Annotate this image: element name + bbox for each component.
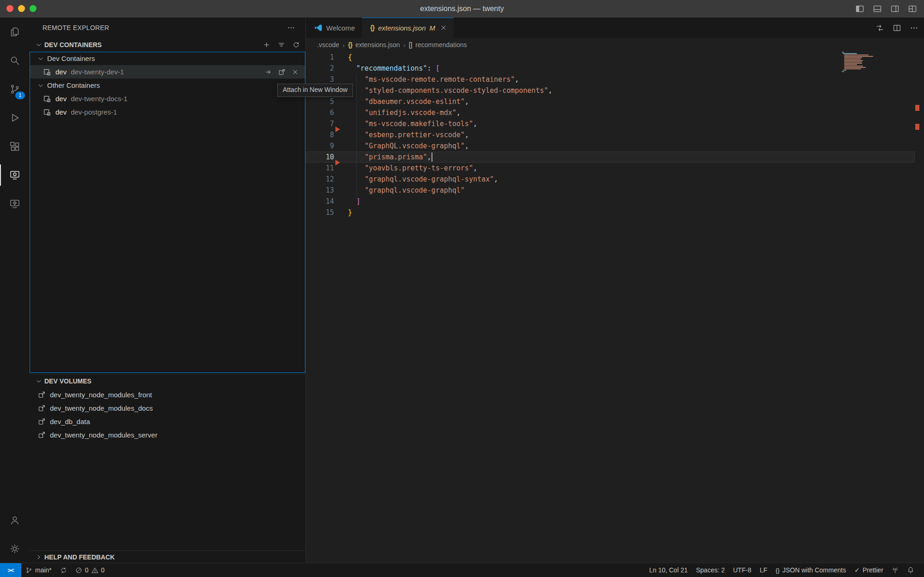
git-branch-item[interactable]: main*: [21, 563, 56, 577]
branch-icon: [25, 567, 32, 574]
tree-item-dev-postgres-1[interactable]: dev dev-postgres-1: [30, 105, 305, 119]
stop-container-icon[interactable]: [292, 68, 299, 76]
activity-extensions[interactable]: [0, 132, 30, 161]
toggle-secondary-sidebar-icon[interactable]: [890, 4, 900, 14]
code-line-2[interactable]: 2 "recommendations": [: [306, 63, 915, 74]
more-actions-icon[interactable]: [287, 24, 295, 32]
section-label: HELP AND FEEDBACK: [44, 553, 115, 561]
section-help-and-feedback[interactable]: HELP AND FEEDBACK: [30, 550, 305, 564]
container-id: dev-postgres-1: [71, 108, 117, 116]
code-text: "ms-vscode.makefile-tools",: [334, 118, 477, 129]
toggle-primary-sidebar-icon[interactable]: [855, 4, 865, 14]
more-actions-icon[interactable]: [910, 24, 918, 32]
code-line-4[interactable]: 4 "styled-components.vscode-styled-compo…: [306, 85, 915, 96]
line-number[interactable]: 2: [306, 63, 334, 74]
volume-label: dev_twenty_node_modules_server: [50, 431, 158, 439]
breadcrumb-folder[interactable]: .vscode: [317, 41, 339, 49]
code-line-14[interactable]: 14 ]: [306, 196, 915, 207]
attach-container-icon[interactable]: [265, 68, 272, 76]
toggle-panel-icon[interactable]: [872, 4, 882, 14]
container-name: dev: [55, 108, 67, 116]
line-number[interactable]: 12: [306, 174, 334, 185]
tree-group-other-containers[interactable]: Other Containers: [30, 79, 305, 92]
cursor-position: Ln 10, Col 21: [649, 566, 687, 574]
tab-extensions-json[interactable]: {} extensions.json M: [362, 18, 454, 38]
code-line-13[interactable]: 13 "graphql.vscode-graphql": [306, 185, 915, 196]
line-number[interactable]: 11: [306, 163, 334, 174]
line-number[interactable]: 5: [306, 96, 334, 107]
activity-remote-explorer[interactable]: [0, 161, 30, 189]
gear-icon: [9, 543, 20, 554]
volume-label: dev_twenty_node_modules_docs: [50, 404, 153, 412]
code-line-6[interactable]: 6 "unifiedjs.vscode-mdx",: [306, 107, 915, 118]
line-number[interactable]: 15: [306, 207, 334, 218]
activity-run-debug[interactable]: [0, 103, 30, 132]
dev-volumes-header[interactable]: DEV VOLUMES: [30, 374, 305, 388]
open-changes-icon[interactable]: [875, 24, 884, 32]
code-area[interactable]: 1{2 "recommendations": [3 "ms-vscode-rem…: [306, 52, 915, 218]
code-line-11[interactable]: 11 "yoavbls.pretty-ts-errors",: [306, 163, 915, 174]
minimap[interactable]: [842, 52, 874, 73]
problems-item[interactable]: 0 0: [71, 563, 109, 577]
code-line-15[interactable]: 15}: [306, 207, 915, 218]
code-text: "esbenp.prettier-vscode",: [334, 129, 469, 140]
code-line-12[interactable]: 12 "graphql.vscode-graphql-syntax",: [306, 174, 915, 185]
volume-item[interactable]: dev_twenty_node_modules_docs: [30, 401, 305, 415]
code-line-5[interactable]: 5 "dbaeumer.vscode-eslint",: [306, 96, 915, 107]
language-mode-item[interactable]: {} JSON with Comments: [772, 563, 850, 577]
breadcrumb-symbol[interactable]: recommendations: [415, 41, 467, 49]
code-line-3[interactable]: 3 "ms-vscode-remote.remote-containers",: [306, 74, 915, 85]
activity-explorer[interactable]: [0, 18, 30, 46]
volume-item[interactable]: dev_twenty_node_modules_front: [30, 388, 305, 401]
eol-item[interactable]: LF: [755, 563, 771, 577]
broadcast-item[interactable]: [888, 563, 903, 577]
code-line-9[interactable]: 9 "GraphQL.vscode-graphql",: [306, 140, 915, 152]
code-text: "unifiedjs.vscode-mdx",: [334, 107, 461, 118]
activity-source-control[interactable]: 1: [0, 75, 30, 103]
tree-group-dev-containers[interactable]: Dev Containers: [30, 52, 305, 65]
encoding-item[interactable]: UTF-8: [729, 563, 756, 577]
new-dev-container-icon[interactable]: [263, 41, 270, 49]
line-number[interactable]: 13: [306, 185, 334, 196]
cursor-position-item[interactable]: Ln 10, Col 21: [645, 563, 692, 577]
tree-item-dev-twenty-docs-1[interactable]: dev dev-twenty-docs-1: [30, 92, 305, 105]
code-line-1[interactable]: 1{: [306, 52, 915, 63]
section-dev-containers[interactable]: DEV CONTAINERS: [30, 38, 305, 52]
indentation-item[interactable]: Spaces: 2: [692, 563, 729, 577]
code-line-10[interactable]: 10 "prisma.prisma",: [306, 152, 915, 163]
vscode-window: extensions.json — twenty: [0, 0, 924, 577]
activity-search[interactable]: [0, 46, 30, 75]
line-number[interactable]: 8: [306, 129, 334, 140]
filter-icon[interactable]: [278, 41, 285, 49]
tree-item-dev-twenty-dev-1[interactable]: dev dev-twenty-dev-1: [30, 65, 305, 79]
customize-layout-icon[interactable]: [907, 4, 918, 14]
line-number[interactable]: 14: [306, 196, 334, 207]
code-text: "recommendations": [: [334, 63, 440, 74]
minimap-line: [844, 68, 862, 69]
breadcrumb-file[interactable]: extensions.json: [355, 41, 400, 49]
volume-item[interactable]: dev_twenty_node_modules_server: [30, 428, 305, 442]
line-number[interactable]: 7: [306, 118, 334, 129]
line-number[interactable]: 1: [306, 52, 334, 63]
attach-new-window-icon[interactable]: [278, 68, 286, 76]
sync-changes-item[interactable]: [56, 563, 71, 577]
code-line-8[interactable]: 8 "esbenp.prettier-vscode",: [306, 129, 915, 140]
line-number[interactable]: 6: [306, 107, 334, 118]
tab-welcome[interactable]: Welcome: [306, 18, 362, 38]
refresh-icon[interactable]: [292, 41, 300, 49]
minimap-line: [844, 60, 863, 61]
close-tab-icon[interactable]: [440, 24, 447, 31]
volume-item[interactable]: dev_db_data: [30, 415, 305, 428]
code-line-7[interactable]: 7 "ms-vscode.makefile-tools",: [306, 118, 915, 129]
split-editor-icon[interactable]: [893, 24, 901, 32]
notifications-item[interactable]: [903, 563, 918, 577]
formatter-item[interactable]: ✓ Prettier: [850, 563, 888, 577]
line-number[interactable]: 10: [306, 152, 334, 163]
activity-dev-containers[interactable]: [0, 189, 30, 218]
activity-settings[interactable]: [0, 534, 30, 563]
remote-indicator[interactable]: ><: [0, 563, 21, 577]
overview-ruler-mark: [915, 105, 919, 111]
activity-accounts[interactable]: [0, 506, 30, 534]
line-number[interactable]: 9: [306, 140, 334, 152]
minimap-line: [843, 53, 857, 54]
